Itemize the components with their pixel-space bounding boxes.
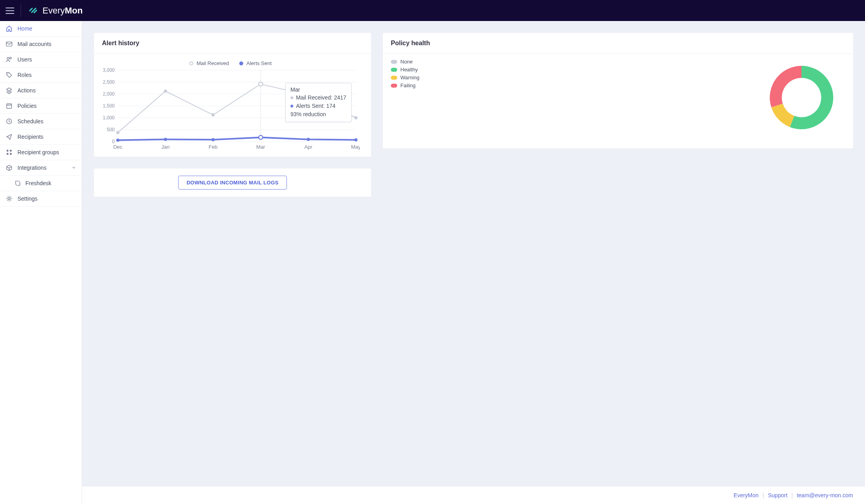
sidebar-item-label: Recipients: [17, 134, 43, 140]
tooltip-reduction: 93% reduction: [290, 110, 326, 119]
svg-rect-4: [7, 104, 12, 109]
legend-label: Mail Received: [196, 60, 229, 66]
tooltip-title: Mar: [290, 86, 346, 93]
sidebar-item-label: Roles: [17, 72, 32, 78]
chart-legend: Mail Received Alerts Sent: [98, 58, 363, 68]
swatch-failing: [391, 84, 397, 88]
brand-text: EveryMon: [42, 6, 83, 16]
freshdesk-icon: [13, 180, 21, 187]
footer-support-link[interactable]: Support: [768, 492, 788, 498]
svg-point-10: [8, 197, 10, 199]
svg-point-26: [116, 131, 119, 134]
svg-point-33: [164, 138, 167, 141]
tooltip-row: Mail Received: 2417: [296, 94, 346, 102]
sidebar-item-integrations[interactable]: Integrations: [0, 160, 82, 176]
svg-point-29: [259, 82, 263, 86]
svg-point-1: [7, 57, 9, 59]
sidebar-item-recipients[interactable]: Recipients: [0, 129, 82, 145]
sidebar-item-mail-accounts[interactable]: Mail accounts: [0, 36, 82, 52]
download-card: DOWNLOAD INCOMING MAIL LOGS: [94, 169, 371, 197]
svg-point-37: [354, 138, 358, 142]
legend-dot-mail: [189, 61, 193, 65]
swatch-warning: [391, 76, 397, 80]
sidebar-item-schedules[interactable]: Schedules: [0, 114, 82, 129]
svg-rect-8: [7, 153, 9, 155]
sidebar-item-label: Recipient groups: [17, 149, 59, 155]
topbar: EveryMon: [0, 0, 865, 21]
divider: [21, 4, 21, 17]
policy-health-donut[interactable]: [762, 58, 841, 137]
sidebar-item-users[interactable]: Users: [0, 52, 82, 67]
chevron-down-icon: [71, 165, 76, 171]
menu-toggle-button[interactable]: [6, 8, 14, 14]
svg-rect-0: [6, 42, 12, 46]
users-icon: [6, 56, 13, 63]
svg-point-36: [307, 138, 310, 141]
svg-rect-9: [10, 153, 12, 155]
legend-label: None: [400, 59, 413, 65]
mail-icon: [6, 40, 13, 48]
alert-history-card: Alert history Mail Received Alerts Sent …: [94, 33, 371, 157]
sidebar-item-settings[interactable]: Settings: [0, 191, 82, 207]
svg-text:0: 0: [112, 139, 115, 144]
svg-text:1,000: 1,000: [103, 115, 115, 121]
svg-text:500: 500: [107, 127, 115, 132]
svg-point-31: [354, 116, 358, 119]
download-mail-logs-button[interactable]: DOWNLOAD INCOMING MAIL LOGS: [178, 176, 287, 190]
sidebar-item-roles[interactable]: Roles: [0, 67, 82, 83]
svg-text:2,000: 2,000: [103, 91, 115, 97]
svg-point-28: [211, 113, 215, 117]
legend-label: Failing: [400, 82, 415, 88]
tooltip-row: Alerts Sent: 174: [296, 102, 336, 110]
sidebar-item-label: Freshdesk: [25, 180, 51, 186]
swatch-healthy: [391, 68, 397, 72]
home-icon: [6, 25, 13, 32]
policy-health-card: Policy health None Healthy Warning Faili…: [383, 33, 853, 148]
gear-icon: [6, 195, 13, 202]
chart-tooltip: Mar Mail Received: 2417 Alerts Sent: 174…: [285, 83, 352, 122]
svg-point-35: [259, 136, 263, 140]
clock-icon: [6, 118, 13, 125]
svg-point-34: [211, 138, 215, 141]
sidebar-item-label: Mail accounts: [17, 41, 52, 47]
footer-brand-link[interactable]: EveryMon: [734, 492, 759, 498]
policy-legend: None Healthy Warning Failing: [391, 58, 419, 88]
svg-point-32: [116, 138, 119, 142]
sidebar-item-recipient-groups[interactable]: Recipient groups: [0, 145, 82, 160]
sidebar: HomeMail accountsUsersRolesActionsPolici…: [0, 21, 82, 504]
sidebar-item-home[interactable]: Home: [0, 21, 82, 36]
footer: EveryMon | Support | team@every-mon.com: [82, 487, 865, 504]
svg-text:Feb: Feb: [209, 144, 217, 150]
sidebar-item-label: Home: [17, 25, 32, 32]
legend-label: Healthy: [400, 67, 418, 73]
sidebar-item-policies[interactable]: Policies: [0, 98, 82, 114]
sidebar-item-label: Integrations: [17, 165, 46, 171]
legend-label: Warning: [400, 75, 419, 80]
svg-text:3,000: 3,000: [103, 68, 115, 73]
swatch-none: [391, 60, 397, 64]
sidebar-item-actions[interactable]: Actions: [0, 83, 82, 98]
layers-icon: [6, 87, 13, 94]
calendar-icon: [6, 102, 13, 109]
brand[interactable]: EveryMon: [27, 4, 83, 17]
grid-icon: [6, 149, 13, 156]
card-title: Policy health: [383, 33, 853, 54]
footer-email-link[interactable]: team@every-mon.com: [797, 492, 853, 498]
svg-text:Dec: Dec: [113, 144, 123, 150]
bullet-icon: [290, 96, 293, 99]
sidebar-item-label: Settings: [17, 195, 38, 202]
svg-rect-6: [7, 150, 9, 152]
tag-icon: [6, 71, 13, 79]
svg-text:May: May: [351, 144, 360, 150]
send-icon: [6, 133, 13, 140]
svg-point-27: [164, 90, 167, 93]
sidebar-item-freshdesk[interactable]: Freshdesk: [0, 176, 82, 191]
svg-text:Apr: Apr: [304, 144, 313, 150]
svg-rect-7: [10, 150, 12, 152]
bullet-icon: [290, 105, 293, 107]
card-title: Alert history: [94, 33, 371, 54]
svg-text:1,500: 1,500: [103, 103, 115, 109]
svg-text:Jan: Jan: [161, 144, 170, 150]
legend-label: Alerts Sent: [246, 60, 272, 66]
svg-point-3: [8, 73, 8, 74]
